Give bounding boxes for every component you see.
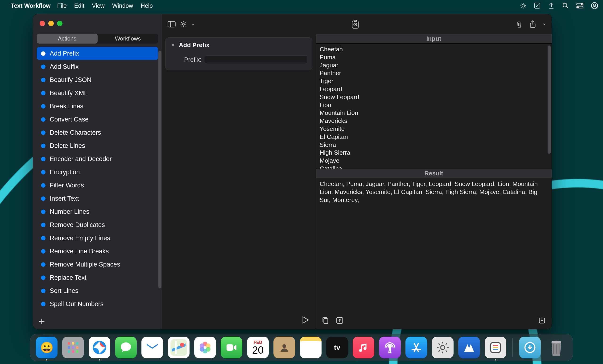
action-item-number-lines[interactable]: Number Lines: [37, 205, 158, 218]
control-center-icon[interactable]: [576, 2, 584, 9]
dock-podcasts[interactable]: [379, 337, 401, 358]
dock-nomad[interactable]: [458, 337, 480, 358]
action-item-remove-multiple-spaces[interactable]: Remove Multiple Spaces: [37, 258, 158, 271]
dock-appstore[interactable]: [406, 337, 427, 358]
run-button[interactable]: [301, 315, 310, 326]
svg-point-42: [551, 341, 561, 343]
action-item-remove-empty-lines[interactable]: Remove Empty Lines: [37, 232, 158, 245]
svg-rect-20: [68, 346, 70, 349]
dock-messages[interactable]: [115, 337, 137, 358]
svg-rect-24: [72, 351, 74, 353]
action-item-add-prefix[interactable]: Add Prefix: [37, 47, 158, 60]
svg-point-2: [563, 3, 567, 7]
action-item-beautify-xml[interactable]: Beautify XML: [37, 86, 158, 99]
debug-icon[interactable]: [520, 2, 527, 9]
menu-window[interactable]: Window: [112, 2, 133, 9]
insert-result-button[interactable]: [336, 316, 344, 324]
dock-finder[interactable]: 😀: [36, 337, 58, 358]
action-item-beautify-json[interactable]: Beautify JSON: [37, 73, 158, 86]
dock-settings[interactable]: [432, 337, 453, 358]
action-dot-icon: [41, 196, 46, 201]
action-dot-icon: [41, 302, 46, 306]
action-item-label: Number Lines: [50, 208, 89, 215]
action-item-label: Sort Lines: [50, 287, 79, 295]
dock-music[interactable]: [353, 337, 374, 358]
action-item-spell-out-numbers[interactable]: Spell Out Numbers: [37, 297, 158, 310]
tab-workflows[interactable]: Workflows: [98, 34, 158, 44]
toggle-sidebar-button[interactable]: [167, 21, 176, 28]
svg-rect-36: [227, 344, 233, 351]
action-dot-icon: [41, 210, 46, 214]
clipboard-run-button[interactable]: [351, 20, 359, 29]
tab-actions[interactable]: Actions: [37, 34, 98, 44]
dock-safari[interactable]: [89, 337, 110, 358]
menu-file[interactable]: File: [57, 2, 67, 9]
action-item-delete-lines[interactable]: Delete Lines: [37, 139, 158, 152]
prefix-input[interactable]: [205, 55, 307, 64]
dock-textworkflow[interactable]: [485, 337, 506, 358]
dock-calendar[interactable]: FEB 20: [247, 337, 269, 358]
add-action-button[interactable]: [38, 317, 46, 325]
result-textarea[interactable]: Cheetah, Puma, Jaguar, Panther, Tiger, L…: [316, 178, 552, 312]
dock-trash[interactable]: [545, 337, 567, 358]
dock-tv[interactable]: tv: [326, 337, 348, 358]
collapse-triangle-icon[interactable]: ▼: [170, 42, 176, 48]
svg-point-0: [522, 4, 525, 7]
keyboard-input-icon[interactable]: [534, 2, 541, 9]
toolbar: [162, 14, 552, 34]
svg-point-37: [282, 344, 286, 348]
action-item-break-lines[interactable]: Break Lines: [37, 99, 158, 113]
dock-contacts[interactable]: [273, 337, 295, 358]
workflow-editor: ▼ Add Prefix Prefix:: [162, 34, 316, 329]
action-item-label: Remove Duplicates: [50, 221, 105, 229]
settings-gear-button[interactable]: [180, 21, 187, 28]
action-item-sort-lines[interactable]: Sort Lines: [37, 284, 158, 297]
dock-downloads[interactable]: [519, 337, 541, 358]
action-item-add-suffix[interactable]: Add Suffix: [37, 60, 158, 73]
input-pane: Input Cheetah Puma Jaguar Panther Tiger …: [316, 34, 552, 169]
action-dot-icon: [41, 104, 46, 109]
input-textarea[interactable]: Cheetah Puma Jaguar Panther Tiger Leopar…: [316, 44, 552, 169]
window-minimize-button[interactable]: [48, 21, 54, 26]
sidebar-scrollbar[interactable]: [158, 51, 162, 288]
action-item-label: Encoder and Decoder: [50, 155, 112, 163]
action-item-remove-line-breaks[interactable]: Remove Line Breaks: [37, 245, 158, 258]
action-item-label: Delete Characters: [50, 129, 101, 136]
action-item-convert-case[interactable]: Convert Case: [37, 113, 158, 126]
svg-rect-25: [76, 351, 79, 353]
menu-help[interactable]: Help: [141, 2, 153, 9]
action-item-label: Break Lines: [50, 103, 83, 110]
window-close-button[interactable]: [40, 21, 45, 26]
svg-point-4: [581, 3, 582, 5]
export-result-button[interactable]: [538, 316, 546, 324]
user-icon[interactable]: [591, 2, 598, 10]
action-card-title: Add Prefix: [179, 42, 209, 49]
action-item-label: Replace Text: [50, 274, 87, 281]
settings-dropdown-icon[interactable]: [191, 22, 195, 26]
menu-edit[interactable]: Edit: [74, 2, 84, 9]
action-item-encoder-and-decoder[interactable]: Encoder and Decoder: [37, 152, 158, 165]
action-item-encryption[interactable]: Encryption: [37, 165, 158, 179]
action-item-filter-words[interactable]: Filter Words: [37, 179, 158, 192]
delete-button[interactable]: [515, 20, 523, 29]
dock-photos[interactable]: [194, 337, 216, 358]
action-item-delete-characters[interactable]: Delete Characters: [37, 126, 158, 139]
dock-notes[interactable]: [300, 337, 322, 358]
dock-launchpad[interactable]: [62, 337, 84, 358]
window-fullscreen-button[interactable]: [57, 21, 62, 26]
copy-result-button[interactable]: [322, 316, 329, 324]
spotlight-icon[interactable]: [562, 2, 569, 9]
dock-facetime[interactable]: [221, 337, 242, 358]
action-item-insert-text[interactable]: Insert Text: [37, 192, 158, 205]
do-not-disturb-icon[interactable]: [548, 2, 555, 9]
share-button[interactable]: [529, 20, 536, 29]
action-item-remove-duplicates[interactable]: Remove Duplicates: [37, 218, 158, 232]
svg-rect-18: [72, 342, 74, 345]
dock-mail[interactable]: [141, 337, 163, 358]
dock-maps[interactable]: [168, 337, 189, 358]
share-dropdown-icon[interactable]: [542, 22, 546, 26]
app-menu[interactable]: Text Workflow: [11, 2, 51, 9]
input-scrollbar[interactable]: [548, 45, 551, 154]
action-item-replace-text[interactable]: Replace Text: [37, 271, 158, 284]
menu-view[interactable]: View: [92, 2, 105, 9]
